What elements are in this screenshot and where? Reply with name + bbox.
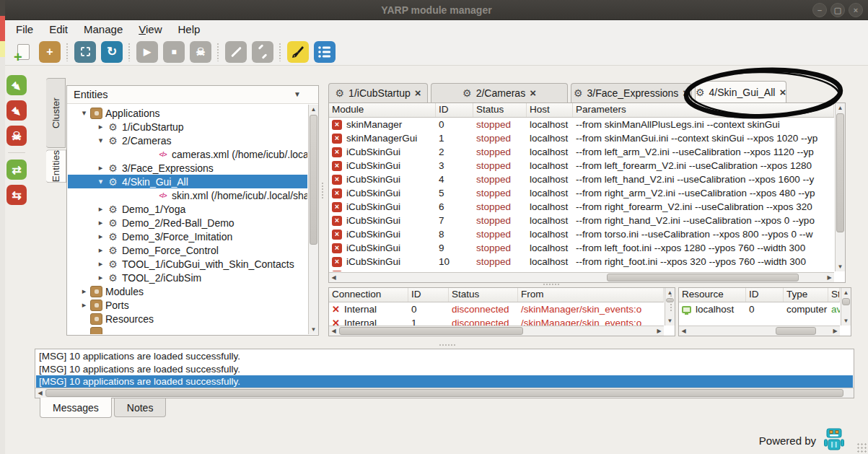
tree-item[interactable]: TOOL_1/iCubGui_with_Skin_Contacts bbox=[68, 257, 307, 271]
tree-item[interactable]: 1/iCubStartup bbox=[68, 120, 307, 134]
scroll-right-arrow-icon[interactable]: ▶ bbox=[830, 326, 840, 336]
entities-panel-header[interactable]: Entities ▼ bbox=[67, 86, 318, 104]
scroll-down-arrow-icon[interactable]: ▼ bbox=[665, 316, 675, 326]
toolbar-button[interactable] bbox=[66, 43, 69, 61]
tree-expander-icon[interactable] bbox=[95, 204, 107, 214]
module-row[interactable]: ×skinManagerGui 1 stopped localhost --fr… bbox=[329, 131, 834, 145]
toolbar-button[interactable]: + bbox=[39, 41, 61, 63]
toolbar-button[interactable] bbox=[128, 43, 131, 61]
toolbar-button[interactable]: ↻ bbox=[101, 41, 123, 63]
tab-close-icon[interactable]: × bbox=[415, 88, 421, 98]
scroll-down-arrow-icon[interactable]: ▼ bbox=[309, 325, 318, 334]
splitter-handle[interactable] bbox=[670, 294, 673, 312]
bottom-tab[interactable]: Notes bbox=[114, 398, 167, 417]
column-header[interactable]: Type bbox=[784, 288, 828, 302]
toolbar-button[interactable]: ■ bbox=[163, 41, 185, 63]
scroll-up-arrow-icon[interactable]: ▲ bbox=[841, 288, 851, 297]
column-header[interactable]: Resource bbox=[679, 288, 746, 302]
window-control-button[interactable]: ▢ bbox=[830, 3, 845, 17]
side-toolbar-button[interactable]: ☠ bbox=[6, 126, 27, 146]
toolbar-button[interactable]: ☠ bbox=[190, 41, 211, 63]
tree-item[interactable]: Resources bbox=[68, 312, 307, 326]
tree-item[interactable]: skin.xml (/home/icub/.local/shar... bbox=[68, 188, 307, 202]
module-row[interactable]: ×skinManager 0 stopped localhost --from … bbox=[329, 118, 834, 131]
menu-item[interactable]: Manage bbox=[76, 22, 131, 37]
tree-expander-icon[interactable] bbox=[95, 245, 107, 255]
tree-expander-icon[interactable] bbox=[95, 177, 107, 186]
resource-horizontal-scrollbar[interactable]: ◀ ▶ bbox=[679, 326, 840, 336]
column-header[interactable]: Status bbox=[449, 288, 518, 302]
scroll-left-arrow-icon[interactable]: ◀ bbox=[35, 388, 45, 398]
module-row[interactable]: ×iCubSkinGui 5 stopped localhost --from … bbox=[329, 186, 834, 200]
scrollbar-thumb[interactable] bbox=[836, 113, 844, 232]
module-vertical-scrollbar[interactable]: ▲ ▼ bbox=[835, 103, 845, 271]
menu-item[interactable]: View bbox=[131, 22, 170, 37]
toolbar-button[interactable]: + bbox=[12, 41, 34, 63]
tree-item[interactable]: Applications bbox=[68, 106, 307, 120]
tab-close-icon[interactable]: × bbox=[683, 88, 689, 98]
connection-row[interactable]: ✕Internal 0 disconnected /skinManager/sk… bbox=[329, 302, 664, 316]
module-row[interactable]: ×iCubSkinGui 3 stopped localhost --from … bbox=[329, 159, 834, 173]
column-header[interactable]: Module bbox=[329, 103, 436, 117]
toolbar-button[interactable] bbox=[287, 41, 309, 63]
side-tab[interactable]: Cluster bbox=[46, 78, 66, 148]
module-row[interactable]: ×iCubSkinGui 2 stopped localhost --from … bbox=[329, 145, 834, 159]
toolbar-button[interactable] bbox=[314, 41, 336, 63]
log-line[interactable]: [MSG] 10 applications are loaded success… bbox=[36, 375, 853, 388]
module-row[interactable]: ×iCubSkinGui 9 stopped localhost --from … bbox=[329, 241, 834, 255]
tree-item[interactable]: Modules bbox=[68, 284, 307, 298]
column-header[interactable]: ID bbox=[436, 103, 473, 117]
tree-item[interactable]: Ports bbox=[68, 298, 307, 312]
tree-item[interactable]: Demo_2/Red-Ball_Demo bbox=[68, 216, 307, 230]
tree-expander-icon[interactable] bbox=[95, 232, 107, 241]
application-tab[interactable]: ⚙ 4/Skin_Gui_All × bbox=[695, 81, 786, 102]
tree-expander-icon[interactable] bbox=[95, 259, 107, 269]
tree-expander-icon[interactable] bbox=[95, 122, 107, 131]
side-toolbar-button[interactable] bbox=[8, 152, 25, 153]
tab-close-icon[interactable]: × bbox=[779, 87, 786, 97]
window-control-button[interactable]: – bbox=[812, 3, 827, 17]
log-horizontal-scrollbar[interactable]: ◀ bbox=[35, 388, 854, 398]
module-row[interactable]: ×iCubSkinGui 11 stopped localhost --from… bbox=[329, 269, 834, 271]
toolbar-button[interactable] bbox=[279, 43, 282, 61]
side-toolbar-button[interactable]: ▶▶ bbox=[6, 75, 27, 95]
scrollbar-thumb[interactable] bbox=[45, 389, 843, 397]
scrollbar-thumb[interactable] bbox=[339, 327, 523, 335]
column-header[interactable]: Connection bbox=[329, 288, 408, 302]
resource-row[interactable]: localhost 0 computer available bbox=[679, 302, 840, 316]
side-toolbar-button[interactable]: ⇄ bbox=[6, 160, 27, 180]
application-tab[interactable]: ⚙ 1/iCubStartup × bbox=[328, 83, 428, 102]
tree-item[interactable]: Demo_3/Force_Imitation bbox=[68, 230, 307, 243]
toolbar-button[interactable] bbox=[252, 41, 273, 63]
tree-item[interactable]: 3/Face_Expressions bbox=[68, 161, 307, 175]
module-row[interactable]: ×iCubSkinGui 7 stopped localhost --from … bbox=[329, 214, 834, 227]
module-horizontal-scrollbar[interactable]: ◀ ▶ bbox=[329, 272, 834, 282]
module-row[interactable]: ×iCubSkinGui 8 stopped localhost --from … bbox=[329, 227, 834, 241]
column-header[interactable]: Status bbox=[473, 103, 527, 117]
module-row[interactable]: ×iCubSkinGui 10 stopped localhost --from… bbox=[329, 255, 834, 269]
scroll-left-arrow-icon[interactable]: ◀ bbox=[329, 273, 338, 283]
tree-expander-icon[interactable] bbox=[95, 273, 107, 282]
splitter-handle[interactable] bbox=[321, 182, 325, 199]
scrollbar-thumb[interactable] bbox=[842, 298, 850, 305]
splitter-handle[interactable] bbox=[439, 344, 456, 347]
column-header[interactable]: Parameters bbox=[573, 103, 834, 117]
connection-row[interactable]: ✕Internal 1 disconnected /skinManager/sk… bbox=[329, 316, 664, 326]
menu-item[interactable]: Help bbox=[170, 22, 209, 37]
menu-item[interactable]: Edit bbox=[41, 22, 76, 37]
side-toolbar-button[interactable]: ⇆ bbox=[6, 185, 27, 205]
scroll-up-arrow-icon[interactable]: ▲ bbox=[309, 105, 318, 114]
column-header[interactable]: ID bbox=[408, 288, 449, 302]
scroll-right-arrow-icon[interactable]: ▶ bbox=[825, 273, 834, 283]
toolbar-button[interactable] bbox=[216, 43, 220, 61]
bottom-tab[interactable]: Messages bbox=[40, 398, 112, 418]
window-control-button[interactable]: × bbox=[849, 3, 863, 17]
tree-item[interactable]: 2/Cameras bbox=[68, 134, 307, 147]
side-toolbar-button[interactable]: ▶▶ bbox=[6, 100, 27, 121]
tree-vertical-scrollbar[interactable]: ▲ ▼ bbox=[308, 105, 318, 334]
scroll-left-arrow-icon[interactable]: ◀ bbox=[329, 326, 338, 336]
scroll-down-arrow-icon[interactable]: ▼ bbox=[841, 316, 851, 326]
tree-expander-icon[interactable] bbox=[78, 108, 90, 118]
splitter-handle[interactable] bbox=[543, 283, 560, 287]
module-row[interactable]: ×iCubSkinGui 6 stopped localhost --from … bbox=[329, 200, 834, 214]
